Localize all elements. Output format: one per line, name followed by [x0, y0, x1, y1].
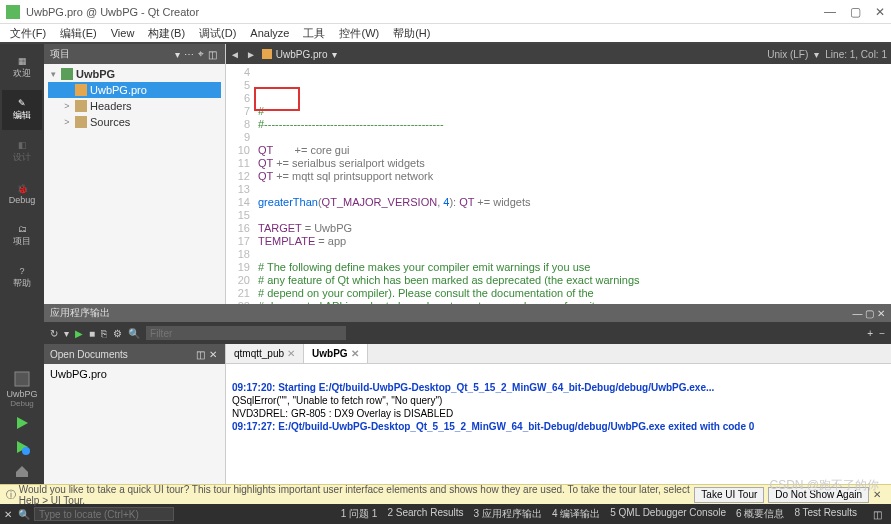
encoding-label[interactable]: Unix (LF): [767, 49, 808, 60]
mode-编辑[interactable]: ✎编辑: [2, 90, 42, 130]
take-tour-button[interactable]: Take UI Tour: [694, 487, 764, 503]
zoom-out-icon[interactable]: −: [879, 328, 885, 339]
ui-tour-bar: ⓘ Would you like to take a quick UI tour…: [0, 484, 891, 504]
nav-fwd-icon[interactable]: ►: [246, 49, 256, 60]
svg-marker-1: [17, 417, 28, 429]
status-panel-item[interactable]: 4 编译输出: [547, 507, 605, 521]
debug-button[interactable]: [2, 435, 42, 459]
app-output-toolbar: ↻ ▾ ▶ ■ ⎘ ⚙ 🔍 + −: [44, 322, 891, 344]
attach-icon[interactable]: ⎘: [101, 328, 107, 339]
status-panel-item[interactable]: 2 Search Results: [382, 507, 468, 521]
mode-帮助[interactable]: ?帮助: [2, 258, 42, 298]
status-bar: ✕ 🔍 1 问题 12 Search Results3 应用程序输出4 编译输出…: [0, 504, 891, 524]
tree-item[interactable]: UwbPG.pro: [48, 82, 221, 98]
search-icon: 🔍: [128, 328, 140, 339]
status-panel-item[interactable]: 8 Test Results: [789, 507, 862, 521]
minimize-button[interactable]: —: [824, 5, 836, 19]
run-icon[interactable]: ▶: [75, 328, 83, 339]
stop-all-icon[interactable]: ▾: [64, 328, 69, 339]
svg-rect-0: [15, 372, 29, 386]
kit-selector[interactable]: UwbPG Debug: [2, 366, 42, 411]
open-documents-pane: Open Documents ◫ ✕ UwbPG.pro: [44, 344, 226, 484]
pro-file-icon: [262, 49, 272, 59]
code-text[interactable]: ##--------------------------------------…: [254, 64, 891, 304]
status-panel-item[interactable]: 1 问题 1: [336, 507, 383, 521]
output-tabs: qtmqtt_pub ✕UwbPG ✕: [226, 344, 891, 364]
svg-point-3: [22, 447, 30, 455]
projects-header: 项目 ▾ ⋯ ⌖ ◫: [44, 44, 225, 64]
project-tree[interactable]: ▾UwbPGUwbPG.pro>Headers>Sources: [44, 64, 225, 304]
project-icon: [61, 68, 73, 80]
close-tour-icon[interactable]: ✕: [869, 489, 885, 500]
bug-icon: 🐞: [17, 184, 28, 194]
filter-tree-icon[interactable]: ▾: [173, 49, 182, 60]
open-doc-item[interactable]: UwbPG.pro: [50, 366, 219, 382]
output-pane: qtmqtt_pub ✕UwbPG ✕ 09:17:20: Starting E…: [226, 344, 891, 484]
status-panel-item[interactable]: 3 应用程序输出: [469, 507, 547, 521]
progress-icon[interactable]: ◫: [868, 509, 887, 520]
menu-w[interactable]: 控件(W): [333, 25, 385, 42]
filter-input[interactable]: [146, 326, 346, 340]
status-panel-item[interactable]: 6 概要信息: [731, 507, 789, 521]
app-icon: [6, 5, 20, 19]
line-gutter: 456789101112131415161718192021222324: [226, 64, 254, 304]
rerun-icon[interactable]: ↻: [50, 328, 58, 339]
mode-项目[interactable]: 🗂项目: [2, 216, 42, 256]
menu-b[interactable]: 构建(B): [142, 25, 191, 42]
app-output-header: 应用程序输出 — ▢ ✕: [44, 304, 891, 322]
close-button[interactable]: ✕: [875, 5, 885, 19]
run-button[interactable]: [2, 411, 42, 435]
editor-tab[interactable]: UwbPG.pro ▾: [262, 49, 337, 60]
menu-[interactable]: 工具: [297, 25, 331, 42]
projects-pane: 项目 ▾ ⋯ ⌖ ◫ ▾UwbPGUwbPG.pro>Headers>Sourc…: [44, 44, 226, 304]
mode-debug[interactable]: 🐞Debug: [2, 174, 42, 214]
menu-h[interactable]: 帮助(H): [387, 25, 436, 42]
mode-设计[interactable]: ◧设计: [2, 132, 42, 172]
nav-back-icon[interactable]: ◄: [230, 49, 240, 60]
open-docs-list[interactable]: UwbPG.pro: [44, 364, 225, 384]
status-panel-item[interactable]: 5 QML Debugger Console: [605, 507, 731, 521]
cursor-position[interactable]: Line: 1, Col: 1: [825, 49, 887, 60]
menu-d[interactable]: 调试(D): [193, 25, 242, 42]
output-tab[interactable]: UwbPG ✕: [304, 344, 368, 363]
open-docs-header: Open Documents ◫ ✕: [44, 344, 225, 364]
maximize-button[interactable]: ▢: [850, 5, 861, 19]
dropdown-icon[interactable]: ▾: [332, 49, 337, 60]
close-tab-icon[interactable]: ✕: [287, 348, 295, 359]
menubar: 文件(F)编辑(E)View构建(B)调试(D)Analyze工具控件(W)帮助…: [0, 24, 891, 44]
tree-settings-icon[interactable]: ⋯: [182, 49, 196, 60]
close-search-icon[interactable]: ✕: [4, 509, 12, 520]
zoom-in-icon[interactable]: +: [867, 328, 873, 339]
design-icon: ◧: [18, 140, 27, 150]
editor-toolbar: ◄ ► UwbPG.pro ▾ Unix (LF) ▾ Line: 1, Col…: [226, 44, 891, 64]
opendocs-split-icon[interactable]: ◫: [194, 349, 207, 360]
menu-e[interactable]: 编辑(E): [54, 25, 103, 42]
editor-pane: ◄ ► UwbPG.pro ▾ Unix (LF) ▾ Line: 1, Col…: [226, 44, 891, 304]
mode-欢迎[interactable]: ▦欢迎: [2, 48, 42, 88]
settings-icon[interactable]: ⚙: [113, 328, 122, 339]
fld-icon: [75, 100, 87, 112]
encoding-dropdown-icon[interactable]: ▾: [814, 49, 819, 60]
menu-view[interactable]: View: [105, 26, 141, 40]
tree-item[interactable]: >Headers: [48, 98, 221, 114]
build-button[interactable]: [2, 459, 42, 483]
titlebar: UwbPG.pro @ UwbPG - Qt Creator — ▢ ✕: [0, 0, 891, 24]
menu-analyze[interactable]: Analyze: [244, 26, 295, 40]
output-text[interactable]: 09:17:20: Starting E:/Qt/build-UwbPG-Des…: [226, 364, 891, 484]
code-editor[interactable]: 456789101112131415161718192021222324 ##-…: [226, 64, 891, 304]
tree-root[interactable]: ▾UwbPG: [48, 66, 221, 82]
opendocs-close-icon[interactable]: ✕: [207, 349, 219, 360]
locator-icon: 🔍: [18, 509, 30, 520]
sync-icon[interactable]: ⌖: [196, 48, 206, 60]
dismiss-tour-button[interactable]: Do Not Show Again: [768, 487, 869, 503]
split-icon[interactable]: ◫: [206, 49, 219, 60]
output-menu-icon[interactable]: — ▢ ✕: [852, 308, 885, 319]
help-icon: ?: [19, 266, 24, 276]
pro-icon: [75, 84, 87, 96]
output-tab[interactable]: qtmqtt_pub ✕: [226, 344, 304, 363]
tree-item[interactable]: >Sources: [48, 114, 221, 130]
locator-input[interactable]: [34, 507, 174, 521]
menu-f[interactable]: 文件(F): [4, 25, 52, 42]
stop-icon[interactable]: ■: [89, 328, 95, 339]
close-tab-icon[interactable]: ✕: [351, 348, 359, 359]
